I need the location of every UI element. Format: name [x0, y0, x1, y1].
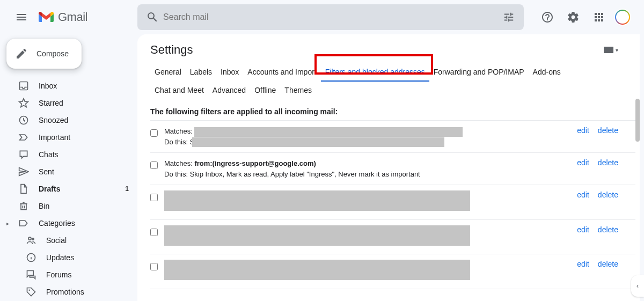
do-this-label: Do this: S	[164, 138, 194, 146]
input-tools-button[interactable]: ▾	[604, 47, 618, 53]
sidebar-item-label: Important	[39, 133, 137, 142]
tab-forwarding-and-pop-imap[interactable]: Forwarding and POP/IMAP	[429, 63, 529, 82]
svg-point-2	[32, 238, 34, 240]
app-name: Gmail	[58, 10, 87, 24]
sidebar-item-drafts[interactable]: Drafts1	[4, 180, 137, 197]
sidebar-item-count: 1	[125, 185, 129, 193]
sidebar-item-promotions[interactable]: Promotions	[4, 283, 137, 300]
important-icon	[18, 132, 29, 143]
filter-actions: editdelete	[577, 225, 635, 234]
filter-checkbox[interactable]	[150, 161, 158, 169]
tab-filters-and-blocked-addresses[interactable]: Filters and blocked addresses	[321, 63, 429, 82]
header-left: Gmail	[4, 4, 137, 30]
sidebar-item-social[interactable]: Social	[4, 232, 137, 249]
filter-row: editdelete	[150, 254, 635, 289]
sidebar-item-categories[interactable]: ▸Categories	[4, 215, 137, 232]
delete-link[interactable]: delete	[598, 260, 618, 268]
filter-checkbox[interactable]	[150, 263, 158, 270]
tab-add-ons[interactable]: Add-ons	[529, 63, 565, 82]
tab-chat-and-meet[interactable]: Chat and Meet	[150, 82, 208, 99]
filter-actions: editdelete	[577, 190, 635, 199]
delete-link[interactable]: delete	[598, 190, 618, 199]
apps-button[interactable]	[588, 6, 610, 28]
sidebar-item-sent[interactable]: Sent	[4, 163, 137, 180]
tab-labels[interactable]: Labels	[186, 63, 216, 82]
sidebar-item-bin[interactable]: Bin	[4, 197, 137, 215]
sidebar-item-forums[interactable]: Forums	[4, 266, 137, 283]
tab-accounts-and-import[interactable]: Accounts and Import	[243, 63, 320, 82]
filter-row: Matches: Do this: Seditdelete	[150, 120, 635, 152]
compose-label: Compose	[36, 49, 69, 58]
people-icon	[26, 235, 36, 246]
main-menu-button[interactable]	[9, 4, 34, 30]
side-panel-toggle[interactable]: ‹	[631, 275, 644, 297]
tune-icon	[503, 11, 515, 23]
search-button[interactable]	[142, 6, 163, 28]
star-icon	[18, 98, 29, 108]
body-wrap: Compose InboxStarredSnoozedImportantChat…	[0, 34, 644, 301]
filter-checkbox[interactable]	[150, 194, 158, 201]
scrollbar-thumb[interactable]	[635, 99, 640, 142]
edit-link[interactable]: edit	[577, 260, 589, 268]
draft-icon	[18, 183, 29, 194]
svg-point-4	[28, 289, 30, 291]
sidebar-item-starred[interactable]: Starred	[4, 94, 137, 112]
delete-link[interactable]: delete	[598, 225, 618, 234]
search-input[interactable]	[163, 12, 498, 22]
sidebar-item-label: Chats	[39, 150, 137, 159]
sidebar-item-updates[interactable]: Updates	[4, 249, 137, 266]
clock-icon	[18, 115, 29, 126]
edit-link[interactable]: edit	[577, 190, 589, 199]
redacted-block	[192, 137, 444, 147]
apps-icon	[592, 11, 605, 24]
filter-actions: editdelete	[577, 260, 635, 268]
filter-checkbox[interactable]	[150, 229, 158, 236]
sidebar-item-label: Bin	[39, 202, 137, 210]
chevron-down-icon: ▾	[616, 47, 618, 53]
label-icon	[18, 218, 29, 229]
main-panel: Settings ▾ GeneralLabelsInboxAccounts an…	[137, 34, 640, 301]
redacted-block	[164, 190, 470, 211]
tab-advanced[interactable]: Advanced	[208, 82, 250, 99]
sidebar-item-label: Social	[46, 236, 137, 245]
matches-value: from:(ingress-support@google.com)	[194, 159, 316, 167]
tab-offline[interactable]: Offline	[250, 82, 280, 99]
gmail-logo[interactable]: Gmail	[39, 10, 87, 24]
edit-link[interactable]: edit	[577, 225, 589, 234]
forum-icon	[26, 269, 36, 280]
tab-themes[interactable]: Themes	[280, 82, 316, 99]
tab-inbox[interactable]: Inbox	[216, 63, 243, 82]
help-button[interactable]	[537, 6, 558, 28]
inbox-icon	[18, 80, 29, 91]
search-options-button[interactable]	[498, 6, 519, 28]
sidebar-item-label: Snoozed	[39, 116, 137, 124]
settings-tabs: GeneralLabelsInboxAccounts and ImportFil…	[150, 63, 635, 99]
filters-intro: The following filters are applied to all…	[150, 107, 635, 116]
delete-link[interactable]: delete	[598, 158, 618, 167]
compose-button[interactable]: Compose	[6, 39, 82, 69]
account-avatar[interactable]	[614, 9, 631, 26]
do-this-label: Do this:	[164, 170, 188, 178]
edit-link[interactable]: edit	[577, 126, 589, 135]
settings-button[interactable]	[562, 6, 584, 28]
search-bar[interactable]	[137, 4, 524, 30]
expand-carrot-icon: ▸	[6, 221, 9, 226]
filter-list: Matches: Do this: SeditdeleteMatches: fr…	[150, 120, 635, 289]
info-icon	[26, 252, 36, 263]
sidebar-item-chats[interactable]: Chats	[4, 146, 137, 163]
filter-row: editdelete	[150, 185, 635, 219]
sidebar-item-snoozed[interactable]: Snoozed	[4, 112, 137, 129]
search-container	[137, 4, 524, 30]
sidebar-item-inbox[interactable]: Inbox	[4, 77, 137, 94]
sidebar-item-label: Updates	[46, 253, 137, 262]
tag-icon	[26, 287, 36, 297]
main-inner: Settings ▾ GeneralLabelsInboxAccounts an…	[137, 34, 640, 301]
sidebar-item-label: Starred	[39, 99, 137, 107]
filter-checkbox[interactable]	[150, 129, 158, 137]
gear-icon	[567, 11, 580, 24]
delete-link[interactable]: delete	[598, 126, 618, 135]
sidebar-item-important[interactable]: Important	[4, 129, 137, 146]
edit-link[interactable]: edit	[577, 158, 589, 167]
tab-general[interactable]: General	[150, 63, 186, 82]
sidebar-item-label: Categories	[39, 219, 137, 227]
